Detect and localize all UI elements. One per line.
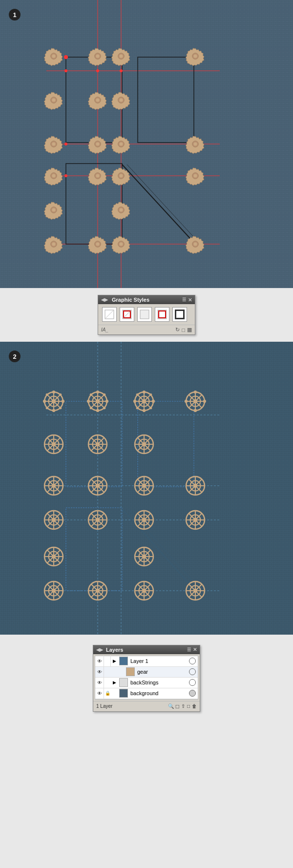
layers-titlebar-left: ◀▶ Layers bbox=[96, 647, 123, 653]
svg-point-132 bbox=[149, 407, 152, 409]
layer-thumb-layer1 bbox=[119, 657, 128, 665]
svg-point-117 bbox=[103, 407, 105, 409]
svg-point-129 bbox=[143, 409, 146, 412]
graphic-styles-panel: ◀▶ Graphic Styles ☰ ✕ bbox=[98, 295, 195, 335]
svg-point-100 bbox=[43, 400, 46, 403]
layer-row-background[interactable]: 👁 🔒 background bbox=[95, 688, 198, 699]
collapse-arrows[interactable]: ◀▶ bbox=[101, 297, 108, 302]
layers-list: 👁 ▶ Layer 1 👁 gear 👁 ▶ bbox=[95, 656, 198, 700]
layers-btn-delete[interactable]: 🗑 bbox=[192, 703, 197, 709]
svg-point-127 bbox=[143, 391, 146, 393]
graphic-styles-panel-section: ◀▶ Graphic Styles ☰ ✕ bbox=[0, 288, 293, 342]
close-icon[interactable]: ✕ bbox=[188, 297, 192, 303]
svg-point-41 bbox=[52, 142, 55, 145]
svg-point-101 bbox=[59, 393, 62, 396]
svg-point-47 bbox=[193, 142, 197, 145]
panel-btn-2[interactable]: □ bbox=[182, 327, 185, 333]
layers-btn-move-up[interactable]: ⇧ bbox=[181, 703, 185, 709]
step-badge-2: 2 bbox=[9, 351, 21, 362]
svg-point-67 bbox=[193, 242, 197, 246]
layer-thumb-backstrings bbox=[119, 678, 128, 687]
panel-menu-icon[interactable]: ☰ bbox=[182, 297, 186, 302]
graphic-styles-title: Graphic Styles bbox=[112, 297, 149, 303]
layer-eye-backstrings[interactable]: 👁 bbox=[95, 677, 104, 688]
layers-menu-icon[interactable]: ☰ bbox=[187, 647, 191, 652]
layers-btn-search[interactable]: 🔍 bbox=[168, 703, 174, 709]
style-swatch-3[interactable] bbox=[137, 307, 152, 322]
gear-grid-2 bbox=[0, 342, 293, 635]
svg-point-22 bbox=[64, 174, 67, 177]
svg-point-130 bbox=[133, 400, 136, 403]
canvas-section-1: 1 bbox=[0, 0, 293, 288]
style-swatch-5[interactable] bbox=[172, 307, 187, 322]
svg-point-19 bbox=[64, 143, 67, 145]
layer-name-layer1: Layer 1 bbox=[129, 658, 189, 664]
svg-point-99 bbox=[52, 409, 55, 412]
svg-point-118 bbox=[90, 407, 92, 409]
svg-rect-73 bbox=[140, 310, 149, 319]
svg-point-57 bbox=[52, 208, 55, 211]
layer-expand-backstrings[interactable]: ▶ bbox=[111, 677, 118, 688]
layers-titlebar-right: ☰ ✕ bbox=[187, 647, 197, 652]
graphic-styles-titlebar: ◀▶ Graphic Styles ☰ ✕ bbox=[98, 295, 195, 304]
layers-collapse-arrows[interactable]: ◀▶ bbox=[96, 647, 103, 652]
svg-rect-75 bbox=[159, 311, 166, 318]
svg-point-29 bbox=[96, 54, 99, 58]
svg-point-128 bbox=[152, 400, 155, 403]
layers-close-icon[interactable]: ✕ bbox=[193, 647, 197, 652]
svg-point-63 bbox=[96, 242, 99, 246]
layer-target-backstrings[interactable] bbox=[189, 679, 196, 686]
svg-point-142 bbox=[194, 391, 197, 393]
svg-point-98 bbox=[62, 400, 64, 403]
svg-point-18 bbox=[120, 69, 123, 72]
layer-eye-gear[interactable]: 👁 bbox=[95, 666, 104, 677]
layers-count: 1 Layer bbox=[96, 703, 112, 709]
svg-point-17 bbox=[96, 69, 99, 72]
layer-target-layer1[interactable] bbox=[189, 658, 196, 664]
svg-point-33 bbox=[193, 54, 197, 58]
svg-point-134 bbox=[136, 393, 139, 396]
svg-point-31 bbox=[119, 54, 123, 58]
layers-panel-section: ◀▶ Layers ☰ ✕ 👁 ▶ Layer 1 👁 bbox=[0, 635, 293, 722]
svg-point-116 bbox=[103, 393, 105, 396]
panel-btn-1[interactable]: ↻ bbox=[175, 327, 180, 333]
svg-point-27 bbox=[52, 54, 55, 58]
panel-btn-3[interactable]: ▦ bbox=[187, 327, 192, 333]
layer-eye-background[interactable]: 👁 bbox=[95, 688, 104, 699]
gear-grid-1 bbox=[0, 0, 293, 288]
style-swatch-4[interactable] bbox=[155, 307, 169, 322]
layer-target-gear[interactable] bbox=[189, 668, 196, 675]
svg-point-119 bbox=[90, 393, 92, 396]
titlebar-right: ☰ ✕ bbox=[182, 297, 192, 303]
layers-btn-move-down[interactable]: □ bbox=[187, 703, 190, 709]
svg-point-131 bbox=[149, 393, 152, 396]
layers-bottom-bar: 1 Layer 🔍 □ ⇧ □ 🗑 bbox=[93, 701, 200, 711]
layer-expand-layer1[interactable]: ▶ bbox=[111, 656, 118, 666]
layer-row-backstrings[interactable]: 👁 ▶ backStrings bbox=[95, 678, 198, 688]
svg-point-13 bbox=[64, 55, 68, 59]
layers-btn-new-layer[interactable]: □ bbox=[176, 703, 179, 710]
style-swatch-1[interactable] bbox=[102, 307, 117, 322]
layer-name-background: background bbox=[129, 690, 189, 696]
svg-point-43 bbox=[96, 142, 99, 145]
svg-point-102 bbox=[59, 407, 62, 409]
svg-point-114 bbox=[96, 409, 99, 412]
svg-point-45 bbox=[119, 142, 123, 145]
layer-lock-background[interactable]: 🔒 bbox=[104, 691, 111, 696]
canvas-section-2: 2 bbox=[0, 342, 293, 635]
layer-row-layer1[interactable]: 👁 ▶ Layer 1 bbox=[95, 656, 198, 667]
svg-point-65 bbox=[119, 242, 123, 246]
svg-point-59 bbox=[119, 208, 123, 211]
layer-row-gear[interactable]: 👁 gear bbox=[95, 667, 198, 678]
layer-eye-layer1[interactable]: 👁 bbox=[95, 656, 104, 666]
step-badge-1: 1 bbox=[9, 9, 21, 21]
layers-panel: ◀▶ Layers ☰ ✕ 👁 ▶ Layer 1 👁 bbox=[93, 645, 200, 712]
svg-point-53 bbox=[119, 174, 123, 177]
style-swatch-2[interactable] bbox=[120, 307, 134, 322]
layer-name-backstrings: backStrings bbox=[129, 680, 189, 685]
layer-target-background[interactable] bbox=[189, 690, 196, 697]
svg-point-103 bbox=[46, 407, 48, 409]
layers-titlebar: ◀▶ Layers ☰ ✕ bbox=[93, 645, 200, 654]
svg-rect-76 bbox=[175, 310, 184, 319]
svg-point-61 bbox=[52, 242, 55, 246]
